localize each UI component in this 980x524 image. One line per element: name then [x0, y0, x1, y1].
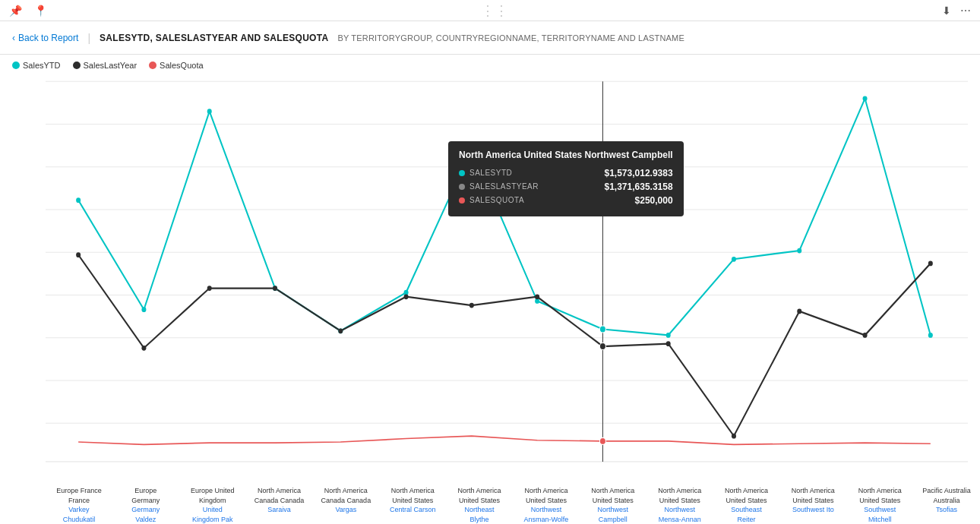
x-label-7: North America United States Northwest An…: [513, 486, 580, 524]
tooltip-label-salesquota: SALESQUOTA: [469, 196, 631, 204]
tooltip-value-salesquota: $250,000: [635, 195, 673, 206]
back-button[interactable]: ‹ Back to Report: [12, 33, 78, 43]
legend-label-saleslastyear: SalesLastYear: [84, 61, 138, 70]
top-bar-right: ⬇ ⋯: [942, 5, 971, 17]
back-label: Back to Report: [18, 33, 78, 43]
datapoint-ly-8-active[interactable]: [599, 343, 605, 350]
legend-item-salesquota: SalesQuota: [149, 61, 203, 70]
datapoint-ytd-13[interactable]: [928, 333, 933, 338]
datapoint-ly-12[interactable]: [863, 333, 868, 338]
top-bar-left: 📌 📍: [9, 5, 47, 17]
chart-svg: $4.5M $4.0M $3.5M $3.0M $2.5M $2.0M $1.5…: [46, 73, 968, 483]
datapoint-ly-10[interactable]: [732, 434, 736, 439]
datapoint-ly-5[interactable]: [404, 294, 409, 299]
x-label-12: North America United States Southwest Mi…: [846, 486, 913, 524]
x-label-13: Pacific Australia Australia Tsofias: [913, 486, 980, 515]
legend-dot-salesquota: [149, 62, 156, 69]
chart-title: SALESYTD, SALESLASTYEAR AND SALESQUOTA: [100, 33, 328, 43]
unpin-icon[interactable]: 📍: [34, 5, 47, 17]
legend-item-saleslastyear: SalesLastYear: [73, 61, 138, 70]
datapoint-ytd-0[interactable]: [76, 197, 81, 203]
chart-container[interactable]: $4.5M $4.0M $3.5M $3.0M $2.5M $2.0M $1.5…: [0, 73, 980, 483]
x-label-11: North America United States Southwest It…: [779, 486, 846, 515]
x-label-10: North America United States Southeast Re…: [713, 486, 780, 524]
tooltip-title: North America United States Northwest Ca…: [459, 149, 673, 162]
x-label-0: Europe France France Varkey Chudukatil: [46, 486, 112, 524]
tooltip-row-saleslastyear: SALESLASTYEAR $1,371,635.3158: [459, 182, 673, 192]
datapoint-ly-0[interactable]: [76, 252, 81, 257]
separator: ⋮⋮: [481, 2, 508, 19]
datapoint-ytd-8-active[interactable]: [599, 326, 605, 333]
x-label-3: North America Canada Canada Saraiva: [246, 486, 313, 515]
download-icon[interactable]: ⬇: [942, 5, 951, 17]
x-label-5: North America United States Central Cars…: [379, 486, 446, 515]
legend-label-salesytd: SalesYTD: [23, 61, 61, 70]
tooltip-row-salesytd: SALESYTD $1,573,012.9383: [459, 168, 673, 178]
header: ‹ Back to Report | SALESYTD, SALESLASTYE…: [0, 21, 980, 55]
tooltip-label-saleslastyear: SALESLASTYEAR: [469, 182, 600, 191]
datapoint-ly-11[interactable]: [797, 309, 801, 314]
saleslastyear-line: [78, 255, 931, 437]
datapoint-ly-4[interactable]: [338, 328, 343, 333]
tooltip-dot-saleslastyear: [459, 184, 465, 190]
datapoint-ly-9[interactable]: [666, 341, 671, 346]
datapoint-ytd-1[interactable]: [141, 307, 146, 312]
legend: SalesYTD SalesLastYear SalesQuota: [0, 55, 980, 73]
pin-icon[interactable]: 📌: [9, 5, 22, 17]
divider: |: [87, 32, 90, 44]
tooltip-dot-salesytd: [459, 170, 465, 176]
back-arrow-icon: ‹: [12, 33, 15, 43]
chart-subtitle: BY TERRITORYGROUP, COUNTRYREGIONNAME, TE…: [337, 33, 684, 43]
tooltip-dot-salesquota: [459, 197, 465, 204]
x-label-8: North America United States Northwest Ca…: [580, 486, 646, 524]
datapoint-ly-7[interactable]: [535, 294, 539, 299]
x-label-2: Europe United Kingdom United Kingdom Pak: [179, 486, 246, 524]
datapoint-ly-6[interactable]: [469, 303, 474, 308]
salesquota-line: [78, 436, 931, 444]
datapoint-ytd-12[interactable]: [863, 96, 868, 101]
top-bar: 📌 📍 ⋮⋮ ⬇ ⋯: [0, 0, 980, 21]
datapoint-ytd-9[interactable]: [666, 333, 671, 338]
datapoint-ly-1[interactable]: [141, 346, 146, 351]
x-label-9: North America United States Northwest Me…: [646, 486, 713, 524]
legend-dot-saleslastyear: [73, 62, 81, 69]
salesytd-line: [78, 99, 931, 336]
x-label-6: North America United States Northeast Bl…: [446, 486, 513, 524]
legend-label-salesquota: SalesQuota: [160, 61, 203, 70]
datapoint-ly-13[interactable]: [928, 261, 933, 267]
tooltip-row-salesquota: SALESQUOTA $250,000: [459, 195, 673, 206]
x-label-1: Europe Germany Germany Valdez: [112, 486, 179, 524]
datapoint-ly-3[interactable]: [273, 286, 277, 291]
datapoint-q-8-active[interactable]: [599, 437, 605, 444]
datapoint-ytd-10[interactable]: [732, 257, 736, 262]
tooltip-label-salesytd: SALESYTD: [469, 169, 600, 177]
x-axis-labels: Europe France France Varkey Chudukatil E…: [0, 483, 980, 524]
more-icon[interactable]: ⋯: [960, 5, 971, 17]
tooltip: North America United States Northwest Ca…: [448, 141, 684, 216]
tooltip-value-saleslastyear: $1,371,635.3158: [605, 182, 673, 192]
legend-dot-salesytd: [12, 62, 20, 69]
tooltip-value-salesytd: $1,573,012.9383: [605, 168, 673, 178]
datapoint-ytd-2[interactable]: [207, 109, 212, 114]
datapoint-ly-2[interactable]: [207, 286, 212, 291]
legend-item-salesytd: SalesYTD: [12, 61, 61, 70]
x-label-4: North America Canada Canada Vargas: [312, 486, 379, 515]
datapoint-ytd-11[interactable]: [797, 248, 801, 254]
